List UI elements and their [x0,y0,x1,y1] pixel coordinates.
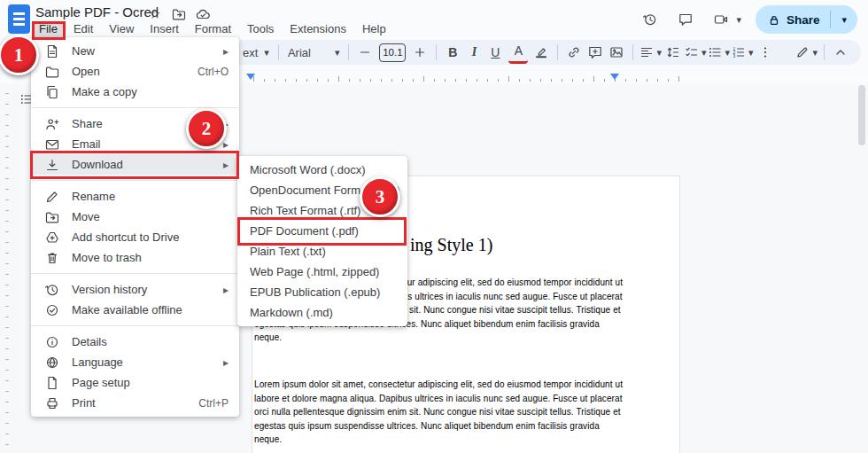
file-menu-item-open[interactable]: OpenCtrl+O [31,61,239,82]
comments-icon[interactable] [674,8,697,31]
ruler-tick [5,178,9,179]
bold-button[interactable]: B [443,43,462,62]
numbers-icon: 123 [732,45,746,59]
ruler-tick [5,327,9,328]
font-size-input[interactable]: 10.1 [379,43,406,62]
numbered-list-button[interactable]: 123▾ [732,43,754,62]
caret-down-icon: ▾ [812,48,818,57]
ruler-tick [5,306,9,307]
google-docs-logo-icon[interactable] [8,4,30,34]
hide-menus-button[interactable] [831,43,850,62]
ruler-tick [328,79,329,82]
ruler-tick [487,79,488,82]
ruler-tick [338,76,339,82]
ruler-tick [5,146,9,147]
file-menu-item-details[interactable]: Details [31,332,239,352]
decrease-font-size-button[interactable] [355,43,375,62]
ruler-tick [636,79,637,82]
menu-item-label: New [72,44,95,58]
info-icon [45,335,59,349]
font-family-dropdown[interactable]: Arial▾ [284,46,344,59]
file-menu-item-version-history[interactable]: Version history▸ [31,279,239,300]
menu-separator [31,180,239,181]
menu-tools[interactable]: Tools [240,21,281,37]
more-options-button[interactable] [756,43,775,62]
drive-add-icon [45,230,59,245]
file-menu-item-add-shortcut-to-drive[interactable]: Add shortcut to Drive [31,227,239,247]
chevron-up-icon [833,45,848,59]
file-menu: New▸OpenCtrl+OMake a copyShare▸Email▸Dow… [31,37,239,417]
caret-down-icon: ▾ [656,48,662,57]
annotation-box-file [32,21,66,40]
ruler-tick [508,76,509,82]
file-menu-item-move[interactable]: Move [31,207,239,227]
paragraph-styles-dropdown-label: ext [243,46,258,59]
insert-image-button[interactable] [607,43,626,62]
heading1-text: ing Style 1) [410,235,492,255]
star-icon[interactable]: ☆ [147,6,163,22]
paragraph-styles-dropdown[interactable]: ext▾ [239,46,273,59]
ruler-tick [434,79,435,82]
editing-mode-button[interactable]: ▾ [795,43,818,62]
italic-button[interactable]: I [464,43,484,62]
minus-icon [358,45,372,59]
increase-font-size-button[interactable] [410,43,430,62]
insert-link-button[interactable] [564,43,584,62]
meet-videocam-icon[interactable] [709,8,732,31]
highlight-color-button[interactable] [531,43,551,62]
menu-extensions[interactable]: Extensions [283,21,353,37]
ruler-tick [423,76,424,82]
comment-add-icon [588,45,602,59]
ruler-tick [5,274,9,275]
ruler-tick [5,242,9,243]
file-menu-item-language[interactable]: Language▸ [31,352,239,372]
add-comment-button[interactable] [585,43,605,62]
align-button[interactable]: ▾ [639,43,662,62]
vertical-scrollbar-thumb[interactable] [858,85,865,145]
plus-icon [413,45,427,59]
file-menu-item-make-available-offline[interactable]: Make available offline [31,300,239,320]
file-menu-item-make-a-copy[interactable]: Make a copy [31,82,239,102]
ruler-tick [5,199,9,200]
version-history-icon[interactable] [639,8,662,31]
menu-format[interactable]: Format [188,21,238,37]
pen-icon [795,45,810,59]
line-spacing-button[interactable] [663,43,683,62]
font-family-dropdown-label: Arial [288,46,329,59]
toolbar-separator [278,44,279,60]
file-menu-item-rename[interactable]: Rename [31,186,239,207]
share-button[interactable]: Share ▾ [756,5,857,34]
menu-insert[interactable]: Insert [143,21,186,37]
bulleted-list-button[interactable]: ▾ [708,43,730,62]
meet-caret-icon[interactable]: ▾ [736,15,741,24]
ruler-tick [445,79,446,82]
menu-help[interactable]: Help [355,21,393,37]
ruler-tick [5,338,9,339]
file-menu-item-move-to-trash[interactable]: Move to trash [31,247,239,268]
file-menu-item-new[interactable]: New▸ [31,41,239,61]
share-caret-icon[interactable]: ▾ [834,15,854,24]
submenu-arrow-icon: ▸ [207,45,229,58]
download-menu-item-epub-publication-epub[interactable]: EPUB Publication (.epub) [237,282,407,302]
file-menu-item-page-setup[interactable]: Page setup [31,372,239,393]
file-menu-item-print[interactable]: PrintCtrl+P [31,393,239,413]
underline-button[interactable]: U [485,43,505,62]
caret-down-icon: ▾ [748,48,754,57]
annotation-box-pdf [237,217,407,246]
document-title[interactable]: Sample PDF - Ocred [35,4,159,20]
line-spacing-icon [666,45,680,59]
ruler-tick [5,114,9,115]
menu-item-label: Make a copy [72,85,137,98]
dots-vertical-icon [758,45,772,59]
menu-edit[interactable]: Edit [66,21,100,37]
ruler-tick [381,79,382,82]
download-menu-item-web-page-html-zipped[interactable]: Web Page (.html, zipped) [237,262,407,282]
menu-view[interactable]: View [102,21,141,37]
document-status-cloud-icon[interactable] [195,6,211,22]
download-menu-item-markdown-md[interactable]: Markdown (.md) [237,302,407,323]
text-color-button[interactable]: A [508,42,528,64]
ruler-tick [668,79,669,82]
checklist-button[interactable]: ▾ [685,43,707,62]
ruler-tick [5,412,9,413]
move-folder-icon[interactable] [171,6,187,22]
